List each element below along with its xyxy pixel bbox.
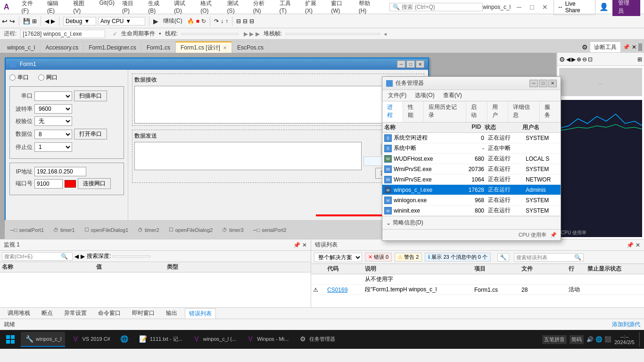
undo-icon[interactable]: ↩	[2, 17, 8, 25]
restart-icon[interactable]: ↻	[201, 18, 206, 25]
scan-btn[interactable]: 扫描串口	[74, 90, 107, 101]
tab-settings-icon[interactable]: ⚙	[582, 43, 588, 51]
stack-dropdown[interactable]	[286, 33, 380, 35]
port-select[interactable]	[34, 91, 72, 101]
search-box[interactable]: 🔍	[389, 3, 482, 11]
maximize-button[interactable]: □	[528, 2, 537, 12]
recv-textarea[interactable]	[134, 86, 385, 123]
forward-icon[interactable]: ▶	[51, 18, 55, 25]
thread-dropdown[interactable]	[182, 33, 238, 35]
step-into-icon[interactable]: ↓	[221, 18, 223, 25]
diag-prev-icon[interactable]: ◀	[566, 56, 570, 63]
tm-minimize-btn[interactable]: ─	[529, 80, 538, 87]
stopbits-select[interactable]: 1	[34, 142, 72, 152]
menu-test[interactable]: 测试(S)	[224, 0, 248, 15]
tm-row-5[interactable]: w winpos_c_l.exe 17628 正在运行 Adminis	[382, 185, 561, 195]
menu-file[interactable]: 文件(F)	[19, 0, 43, 15]
menu-git[interactable]: Git(G)	[96, 0, 117, 15]
info-count-badge[interactable]: ℹ 展示 23 个消息中的 0 个	[425, 253, 491, 262]
bottom-tab-output[interactable]: 输出	[162, 308, 181, 318]
show-desktop-icon[interactable]	[639, 332, 642, 347]
menu-edit[interactable]: 编辑(E)	[44, 0, 68, 15]
tab-escpos[interactable]: EscPos.cs	[232, 41, 269, 53]
databits-select[interactable]: 8	[34, 130, 72, 139]
form-close-btn[interactable]: ✕	[416, 60, 424, 68]
diag-zoom-in-icon[interactable]: ⊕	[577, 56, 581, 63]
tm-maximize-btn[interactable]: □	[539, 80, 547, 87]
diag-zoom-out-icon[interactable]: ⊖	[582, 56, 587, 63]
taskbar-item-winpos-mi[interactable]: V Winpos - Mi...	[242, 332, 292, 347]
tm-tab-users[interactable]: 用户	[487, 101, 508, 122]
continue-icon[interactable]: ▶	[153, 17, 158, 25]
tab-winpos[interactable]: winpos_c_l	[2, 41, 40, 53]
taskbar-time[interactable]: --:-- 2024/2/5	[614, 334, 635, 345]
menu-help[interactable]: 帮助(H)	[356, 0, 380, 15]
serial-radio[interactable]: 串口	[9, 74, 29, 82]
stop-icon[interactable]: ■	[196, 18, 199, 25]
component-serialport2[interactable]: ─□ serialPort2	[253, 227, 287, 233]
taskbar-item-notepad[interactable]: 📝 1111.txt - 记...	[135, 332, 186, 347]
error-close-icon[interactable]: ✕	[636, 242, 640, 248]
start-button[interactable]	[2, 331, 19, 348]
tab-form1design[interactable]: Form1.cs [设计] ✕	[175, 41, 232, 53]
diag-next-icon[interactable]: ▶	[571, 56, 576, 63]
menu-window[interactable]: 窗口(W)	[328, 0, 354, 15]
misc-icon1[interactable]: ⊟	[236, 18, 241, 25]
form-minimize-btn[interactable]: ─	[397, 60, 405, 68]
menu-debug[interactable]: 调试(D)	[171, 0, 196, 15]
tm-pin-icon[interactable]: 📌	[550, 232, 557, 238]
misc-icon2[interactable]: ⊟	[243, 18, 248, 25]
diag-fit-icon[interactable]: ⊡	[588, 56, 593, 63]
menu-format[interactable]: 格式(O)	[198, 0, 222, 15]
tm-close-btn[interactable]: ✕	[548, 80, 557, 87]
error-count-badge[interactable]: ✕ 错误 0	[365, 253, 392, 262]
debug-config-dropdown[interactable]: Debug ▼	[63, 17, 96, 25]
component-openfiledialog1[interactable]: ☐ openFileDialog1	[84, 227, 129, 233]
warn-count-badge[interactable]: ⚠ 警告 2	[395, 253, 422, 262]
watch-search-box[interactable]: 🔍	[2, 252, 73, 261]
bottom-tab-cmdwindow[interactable]: 命令窗口	[94, 308, 124, 318]
send-textarea[interactable]	[134, 142, 362, 170]
tm-tab-process[interactable]: 进程	[382, 101, 403, 122]
parity-select[interactable]: 无	[34, 116, 72, 126]
component-timer2[interactable]: ⏱ timer2	[138, 227, 159, 233]
process-dropdown[interactable]: [17628] winpos_c_l.exe	[20, 30, 105, 38]
bottom-tab-breakpoints[interactable]: 断点	[38, 308, 57, 318]
baud-select[interactable]: 9600	[34, 104, 72, 114]
redo-icon[interactable]: ↪	[9, 17, 15, 25]
watch-prev-icon[interactable]: ◀	[74, 253, 79, 260]
taskbar-item-taskmgr[interactable]: ⚙ 任务管理器	[294, 332, 339, 347]
watch-pin-icon[interactable]: 📌	[293, 242, 300, 248]
close-diag-icon[interactable]: ✕	[632, 44, 636, 50]
network-radio-input[interactable]	[38, 74, 44, 81]
taskbar-item-browser[interactable]: 🌐	[116, 332, 133, 347]
ime2-label[interactable]: 简码	[570, 335, 584, 344]
volume-icon[interactable]: 🔊	[586, 336, 594, 343]
tab-form1designer[interactable]: Form1.Designer.cs	[83, 41, 141, 53]
component-timer1[interactable]: ⏱ timer1	[53, 227, 75, 233]
pin-icon[interactable]: 📌	[623, 44, 630, 50]
tm-row-0[interactable]: S 系统空闲进程 0 正在运行 SYSTEM	[382, 133, 561, 143]
step-over-icon[interactable]: ↷	[214, 18, 219, 25]
watch-next-icon[interactable]: ▶	[81, 253, 85, 260]
scope-dropdown[interactable]: 整个解决方案	[314, 253, 362, 262]
ip-input[interactable]	[34, 167, 86, 176]
tm-footer[interactable]: ⌄ 简略信息(D)	[382, 216, 561, 229]
menu-analyze[interactable]: 分析(N)	[250, 0, 275, 15]
search-input[interactable]	[402, 4, 477, 10]
component-openfiledialog2[interactable]: ☐ openFileDialog2	[169, 227, 213, 233]
watch-search-input[interactable]	[4, 254, 61, 259]
tm-menu-options[interactable]: 选项(O)	[411, 90, 438, 100]
filter-icon-btn[interactable]: 🔧	[497, 253, 509, 262]
bottom-tab-exceptions[interactable]: 异常设置	[60, 308, 91, 318]
watch-depth-input[interactable]	[113, 255, 150, 257]
error-row-0[interactable]: 从不使用字	[311, 274, 644, 285]
network-icon[interactable]: 🌐	[595, 336, 603, 343]
menu-tools[interactable]: 工具(T)	[277, 0, 301, 15]
menu-view[interactable]: 视图(V)	[70, 0, 94, 15]
tm-row-4[interactable]: W WmiPrvSE.exe 1064 正在运行 NETWOR	[382, 174, 561, 185]
tm-menu-view[interactable]: 查看(V)	[439, 90, 466, 100]
tm-row-6[interactable]: w winlogon.exe 968 正在运行 SYSTEM	[382, 195, 561, 206]
network-radio[interactable]: 网口	[38, 74, 58, 82]
diag-settings-icon[interactable]: ⚙	[559, 56, 565, 63]
